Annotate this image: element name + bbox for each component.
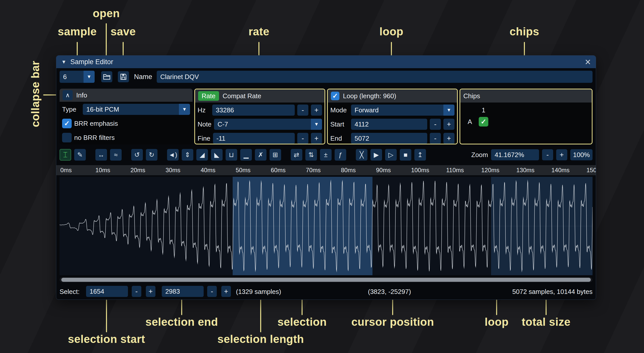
panels-row: ∧ Info Type 16-bit PCM ▼ ✓ bbox=[60, 89, 593, 144]
ruler-tick-label: 20ms bbox=[130, 167, 145, 174]
brr-emphasis-checkbox[interactable]: ✓ bbox=[62, 119, 72, 128]
normalize-button[interactable]: ⇕ bbox=[182, 149, 193, 161]
annotation-chips: chips bbox=[509, 25, 539, 38]
loop-start-increase-button[interactable]: + bbox=[443, 119, 454, 130]
ruler-tick-label: 70ms bbox=[306, 167, 321, 174]
delete-button[interactable]: ✗ bbox=[255, 149, 266, 161]
ruler-tick-label: 80ms bbox=[341, 167, 356, 174]
chips-header: Chips bbox=[460, 89, 592, 103]
note-select[interactable]: C-7 ▼ bbox=[214, 119, 322, 130]
loop-end-decrease-button[interactable]: - bbox=[430, 133, 441, 144]
ruler-tick-label: 150ms bbox=[586, 167, 596, 174]
fine-decrease-button[interactable]: - bbox=[297, 133, 308, 144]
fine-input[interactable] bbox=[213, 133, 295, 144]
annotation-selection-start: selection start bbox=[68, 333, 145, 345]
ruler-tick-label: 120ms bbox=[481, 167, 499, 174]
close-icon[interactable]: × bbox=[585, 57, 591, 67]
window-collapse-icon[interactable]: ▼ bbox=[61, 59, 66, 65]
selection-end-increase-button[interactable]: + bbox=[221, 286, 231, 297]
open-folder-icon bbox=[103, 73, 111, 80]
invert-button[interactable]: ⇅ bbox=[305, 149, 317, 161]
no-brr-filters-checkbox[interactable] bbox=[62, 133, 72, 142]
draw-tool-button[interactable]: ✎ bbox=[74, 149, 86, 161]
waveform-canvas[interactable] bbox=[60, 177, 593, 275]
annotation-total-size: total size bbox=[522, 316, 570, 328]
chips-panel: Chips 1 A ✓ bbox=[460, 89, 593, 144]
no-brr-filters-label: no BRR filters bbox=[74, 134, 115, 142]
select-tool-button[interactable]: ⌶ bbox=[60, 149, 71, 161]
selection-start-decrease-button[interactable]: - bbox=[132, 286, 141, 297]
note-label: Note bbox=[198, 120, 211, 128]
selection-length-value: (1329 samples) bbox=[236, 288, 281, 296]
window-title: Sample Editor bbox=[70, 58, 113, 66]
note-value: C-7 bbox=[218, 120, 228, 128]
loop-end-increase-button[interactable]: + bbox=[443, 133, 454, 144]
loop-mode-select[interactable]: Forward ▼ bbox=[351, 105, 454, 116]
open-sample-button[interactable] bbox=[101, 71, 112, 82]
hz-increase-button[interactable]: + bbox=[311, 105, 322, 116]
insert-silence-button[interactable]: ⊔ bbox=[226, 149, 237, 161]
save-sample-button[interactable] bbox=[118, 71, 129, 82]
selection-start-increase-button[interactable]: + bbox=[146, 286, 155, 297]
sample-number-select[interactable]: 6 ▼ bbox=[60, 71, 95, 83]
resize-button[interactable]: ↔ bbox=[95, 149, 107, 161]
annotation-line-selection-length bbox=[260, 299, 261, 332]
preview-button[interactable]: ▶ bbox=[370, 149, 382, 161]
selection-start-input[interactable] bbox=[86, 286, 128, 297]
hz-input[interactable] bbox=[212, 105, 295, 116]
annotation-loop: loop bbox=[380, 25, 404, 38]
save-icon bbox=[120, 73, 127, 80]
trim-button[interactable]: ⊞ bbox=[270, 149, 281, 161]
type-select[interactable]: 16-bit PCM ▼ bbox=[83, 104, 190, 115]
redo-button[interactable]: ↻ bbox=[146, 149, 157, 161]
fine-label: Fine bbox=[198, 135, 210, 142]
info-header: ∧ Info bbox=[60, 89, 193, 102]
reverse-button[interactable]: ⇄ bbox=[291, 149, 302, 161]
annotation-selection-length: selection length bbox=[218, 333, 304, 345]
annotation-line-selection-end bbox=[181, 299, 182, 315]
ruler-tick-label: 130ms bbox=[516, 167, 534, 174]
resample-button[interactable]: ≈ bbox=[110, 149, 122, 161]
stop-preview-button[interactable]: ■ bbox=[400, 149, 411, 161]
fade-in-button[interactable]: ◢ bbox=[196, 149, 208, 161]
rate-body: Hz - + Note C-7 ▼ Fine bbox=[195, 103, 325, 144]
zoom-input[interactable] bbox=[491, 149, 539, 160]
loop-start-input[interactable] bbox=[351, 119, 427, 130]
name-input[interactable] bbox=[157, 71, 593, 83]
waveform-view[interactable] bbox=[60, 177, 593, 275]
zoom-out-button[interactable]: - bbox=[542, 149, 553, 160]
selection-end-input[interactable] bbox=[162, 286, 204, 297]
scrollbar-thumb[interactable] bbox=[61, 278, 591, 282]
preview-dry-button[interactable]: ▷ bbox=[385, 149, 397, 161]
sample-editor-window: ▼ Sample Editor × 6 ▼ bbox=[56, 55, 596, 300]
signed-unsigned-button[interactable]: ± bbox=[320, 149, 332, 161]
create-wavetable-button[interactable]: ↥ bbox=[414, 149, 426, 161]
fine-increase-button[interactable]: + bbox=[311, 133, 322, 144]
loop-start-decrease-button[interactable]: - bbox=[430, 119, 441, 130]
info-panel: ∧ Info Type 16-bit PCM ▼ ✓ bbox=[60, 89, 193, 144]
chip-a1-checkbox[interactable]: ✓ bbox=[479, 117, 488, 127]
ruler-tick-label: 100ms bbox=[411, 167, 429, 174]
amplify-button[interactable]: ◄) bbox=[167, 149, 179, 161]
undo-button[interactable]: ↺ bbox=[131, 149, 143, 161]
mode-label: Mode bbox=[330, 106, 348, 114]
zoom-reset-button[interactable]: 100% bbox=[570, 149, 593, 160]
sample-number-value: 6 bbox=[63, 73, 67, 81]
fade-out-button[interactable]: ◣ bbox=[211, 149, 223, 161]
apply-silence-button[interactable]: ▁ bbox=[240, 149, 252, 161]
zoom-in-button[interactable]: + bbox=[556, 149, 567, 160]
hz-label: Hz bbox=[198, 106, 210, 114]
apply-filter-button[interactable]: ƒ bbox=[335, 149, 346, 161]
hz-decrease-button[interactable]: - bbox=[297, 105, 308, 116]
ruler-tick-label: 90ms bbox=[376, 167, 391, 174]
sample-header-row: 6 ▼ Name bbox=[60, 71, 593, 83]
info-collapse-button[interactable]: ∧ bbox=[63, 90, 73, 100]
loop-enable-checkbox[interactable]: ✓ bbox=[331, 92, 339, 100]
annotation-rate: rate bbox=[249, 25, 270, 38]
annotation-open: open bbox=[93, 7, 120, 20]
crossfade-loop-button[interactable]: ╳ bbox=[356, 149, 367, 161]
loop-start-label: Start bbox=[330, 120, 348, 128]
ruler-tick-label: 110ms bbox=[446, 167, 464, 174]
loop-end-input[interactable] bbox=[351, 133, 427, 144]
selection-end-decrease-button[interactable]: - bbox=[207, 286, 217, 297]
